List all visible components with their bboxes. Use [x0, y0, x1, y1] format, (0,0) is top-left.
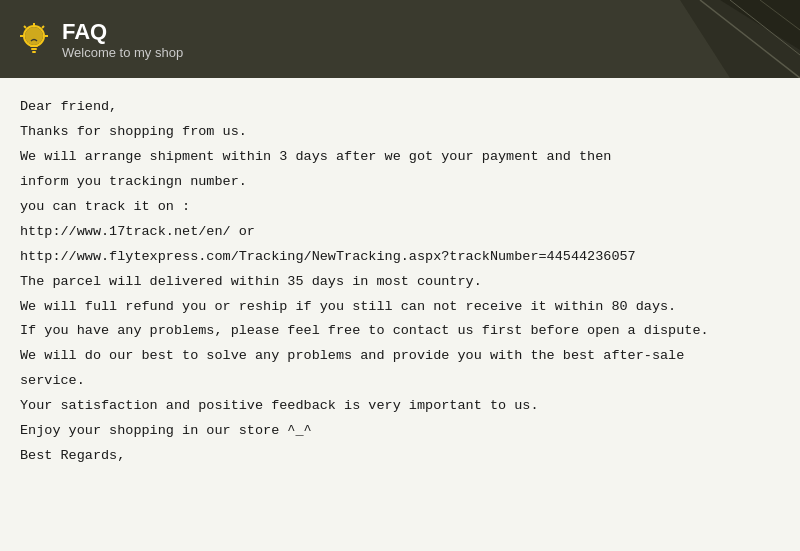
line-12: service. — [20, 370, 780, 393]
line-1: Dear friend, — [20, 96, 780, 119]
line-13: Your satisfaction and positive feedback … — [20, 395, 780, 418]
header-text: FAQ Welcome to my shop — [62, 19, 183, 60]
bulb-icon — [16, 21, 52, 57]
svg-line-2 — [42, 26, 44, 28]
header-subtitle: Welcome to my shop — [62, 45, 183, 60]
line-4: inform you trackingn number. — [20, 171, 780, 194]
content-area: Dear friend, Thanks for shopping from us… — [0, 78, 800, 551]
line-2: Thanks for shopping from us. — [20, 121, 780, 144]
svg-point-6 — [25, 27, 43, 45]
header-title: FAQ — [62, 19, 183, 45]
line-3: We will arrange shipment within 3 days a… — [20, 146, 780, 169]
line-15: Best Regards, — [20, 445, 780, 468]
header-decoration — [600, 0, 800, 78]
header: FAQ Welcome to my shop — [0, 0, 800, 78]
svg-rect-8 — [31, 48, 37, 50]
line-14: Enjoy your shopping in our store ^_^ — [20, 420, 780, 443]
line-6: http://www.17track.net/en/ or — [20, 221, 780, 244]
line-5: you can track it on : — [20, 196, 780, 219]
line-9: We will full refund you or reship if you… — [20, 296, 780, 319]
svg-rect-9 — [32, 51, 36, 53]
svg-rect-7 — [30, 45, 38, 47]
line-10: If you have any problems, please feel fr… — [20, 320, 780, 343]
svg-line-4 — [24, 26, 26, 28]
line-8: The parcel will delivered within 35 days… — [20, 271, 780, 294]
header-logo: FAQ Welcome to my shop — [16, 19, 183, 60]
line-7: http://www.flytexpress.com/Tracking/NewT… — [20, 246, 780, 269]
line-11: We will do our best to solve any problem… — [20, 345, 780, 368]
